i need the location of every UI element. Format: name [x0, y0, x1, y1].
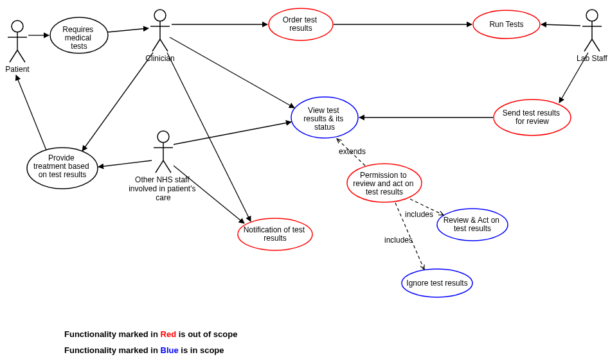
svg-point-10: [157, 131, 169, 143]
svg-line-18: [584, 39, 592, 51]
actor-lab-staff-label: Lab Staff: [577, 54, 607, 63]
edge-othernhs-treatment: [98, 160, 152, 167]
label-includes-1: includes: [405, 210, 433, 219]
svg-text:Run Tests: Run Tests: [489, 20, 523, 29]
usecase-view-results: View test results & its status: [291, 97, 358, 138]
svg-line-19: [592, 39, 600, 51]
legend-out-of-scope: Functionality marked in Red is out of sc…: [64, 329, 237, 339]
actor-lab-staff: Lab Staff: [577, 10, 607, 63]
edge-clinician-view: [170, 37, 294, 108]
edge-othernhs-view: [174, 122, 291, 144]
edge-othernhs-notification: [174, 166, 244, 223]
usecase-notification: Notification of test results: [238, 218, 312, 250]
svg-point-15: [586, 10, 598, 21]
svg-text:Order test
      results: Order test results: [283, 15, 319, 33]
svg-line-14: [163, 160, 171, 173]
actor-clinician: Clinician: [145, 10, 174, 63]
usecase-requires-tests: Requires medical tests: [50, 17, 108, 53]
svg-text:Send test results
      for re: Send test results for review: [503, 108, 562, 126]
usecase-order-tests: Order test results: [269, 8, 333, 40]
label-includes-2: includes: [384, 236, 413, 245]
svg-text:Ignore test results: Ignore test results: [406, 279, 467, 288]
svg-line-13: [156, 160, 163, 173]
svg-text:Notification of test
      res: Notification of test results: [244, 225, 307, 243]
svg-text:Permission to
      review and: Permission to review and act on test res…: [353, 171, 415, 196]
usecase-review-act: Review & Act on test results: [437, 209, 508, 241]
usecase-run-tests: Run Tests: [473, 10, 540, 39]
svg-point-5: [154, 10, 166, 21]
usecase-ignore: Ignore test results: [402, 269, 472, 297]
svg-line-9: [160, 39, 168, 51]
svg-text:View test
      results & its
: View test results & its status: [303, 106, 345, 132]
usecase-send-results: Send test results for review: [494, 100, 571, 135]
edge-clinician-treatment: [82, 53, 153, 151]
label-extends: extends: [339, 147, 366, 156]
edge-labstaff-run: [541, 24, 580, 26]
edge-treatment-patient: [16, 75, 46, 150]
svg-text:Review & Act on
      test res: Review & Act on test results: [444, 216, 502, 233]
svg-line-4: [17, 50, 25, 62]
legend-in-scope: Functionality marked in Blue is in scope: [64, 345, 224, 355]
svg-text:Provide
      treatment based
: Provide treatment based on test results: [33, 153, 91, 179]
edge-clinician-notification: [167, 53, 251, 221]
actor-other-nhs-label: Other NHS staff involved in patient's ca…: [129, 175, 198, 202]
edge-requires-clinician: [108, 28, 148, 32]
svg-line-3: [10, 50, 17, 62]
svg-line-8: [152, 39, 160, 51]
svg-text:Requires
      medical
      t: Requires medical tests: [62, 25, 95, 51]
actor-patient-label: Patient: [5, 65, 30, 74]
use-case-diagram: Patient Clinician Other NHS staff involv…: [0, 0, 610, 364]
svg-point-0: [12, 21, 23, 32]
actor-patient: Patient: [5, 21, 30, 74]
edge-labstaff-send: [559, 53, 588, 103]
usecase-provide-treatment: Provide treatment based on test results: [27, 148, 98, 189]
usecase-permission: Permission to review and act on test res…: [347, 164, 422, 202]
